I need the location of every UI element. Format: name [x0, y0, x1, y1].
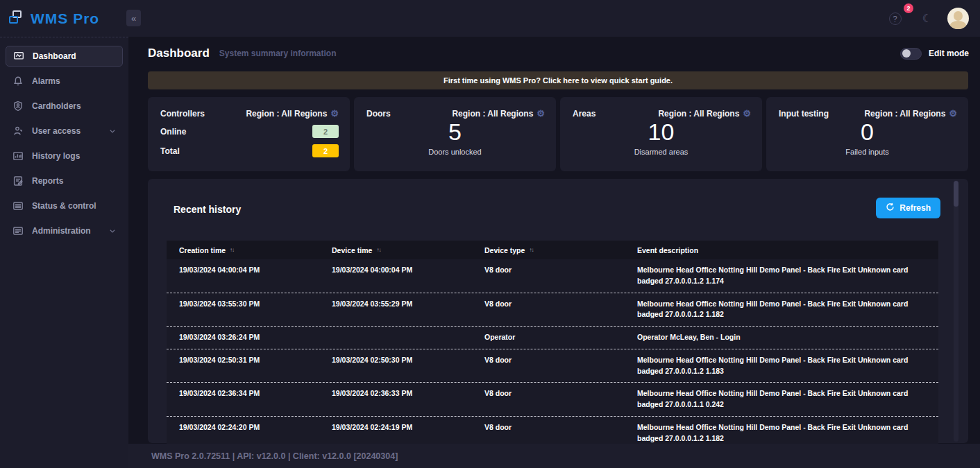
recent-history-title: Recent history: [174, 204, 241, 215]
failed-inputs-count: 0: [766, 118, 968, 146]
device-time-cell: [319, 327, 472, 349]
sidebar-item-label: Alarms: [32, 76, 60, 86]
sidebar-item-label: Reports: [32, 176, 63, 186]
creation-time-cell: 19/03/2024 03:55:30 PM: [167, 293, 319, 327]
scrollbar-thumb[interactable]: [954, 181, 958, 207]
list-icon: [12, 200, 24, 211]
chevron-left-icon: «: [131, 13, 136, 24]
table-row[interactable]: 19/03/2024 02:50:31 PM 19/03/2024 02:50:…: [167, 349, 938, 383]
sidebar-item-label: Dashboard: [33, 51, 76, 61]
doors-caption: Doors unlocked: [354, 148, 556, 156]
settings-list-icon: [12, 225, 24, 236]
refresh-icon: [886, 202, 895, 214]
column-header-device-type[interactable]: Device type↑↓: [472, 246, 625, 254]
toggle-knob: [902, 49, 911, 58]
user-avatar[interactable]: [947, 8, 969, 29]
brand-name: WMS Pro: [31, 10, 99, 27]
table-row[interactable]: 19/03/2024 03:55:30 PM 19/03/2024 03:55:…: [167, 293, 938, 327]
table-header-row: Creation time↑↓ Device time↑↓ Device typ…: [167, 241, 938, 259]
table-row[interactable]: 19/03/2024 02:36:34 PM 19/03/2024 02:36:…: [167, 383, 938, 417]
table-row[interactable]: 19/03/2024 04:00:04 PM 19/03/2024 04:00:…: [167, 259, 938, 293]
sidebar-item-cardholders[interactable]: Cardholders: [6, 96, 123, 116]
chevron-down-icon: [109, 128, 116, 135]
column-header-event-description: Event description: [625, 246, 938, 254]
version-info: WMS Pro 2.0.72511 | API: v12.0.0 | Clien…: [151, 451, 398, 461]
input-testing-card: Input testing Region : All Regions ⚙ 0 F…: [766, 97, 968, 171]
sort-icon[interactable]: ↑↓: [230, 247, 234, 253]
edit-mode-label: Edit mode: [929, 49, 969, 58]
column-header-creation-time[interactable]: Creation time↑↓: [167, 246, 319, 254]
device-time-cell: 19/03/2024 04:00:04 PM: [319, 259, 472, 293]
event-description-cell: Melbourne Head Office Notting Hill Demo …: [625, 349, 938, 383]
gear-icon[interactable]: ⚙: [743, 108, 751, 119]
sidebar-item-label: Cardholders: [32, 101, 81, 111]
areas-card: Areas Region : All Regions ⚙ 10 Disarmed…: [560, 97, 762, 171]
sidebar-item-label: Administration: [32, 226, 91, 236]
event-description-cell: Melbourne Head Office Notting Hill Demo …: [625, 383, 938, 416]
event-description-cell: Melbourne Head Office Notting Hill Demo …: [625, 259, 938, 293]
chevron-down-icon: [109, 227, 116, 234]
page-subtitle: System summary information: [219, 49, 337, 58]
refresh-button[interactable]: Refresh: [876, 198, 940, 218]
column-header-device-time[interactable]: Device time↑↓: [319, 246, 472, 254]
sidebar-item-dashboard[interactable]: Dashboard: [6, 46, 123, 67]
sidebar-item-label: Status & control: [32, 201, 96, 211]
main-content: Dashboard System summary information Edi…: [128, 37, 980, 468]
alarm-count-badge[interactable]: 2: [904, 3, 913, 13]
gear-icon[interactable]: ⚙: [949, 108, 957, 119]
sidebar-item-status-control[interactable]: Status & control: [6, 196, 123, 216]
creation-time-cell: 19/03/2024 02:36:34 PM: [167, 383, 319, 416]
device-time-cell: 19/03/2024 02:50:30 PM: [319, 349, 472, 383]
region-filter-label: Region : All Regions: [246, 109, 327, 119]
sidebar-item-label: History logs: [32, 151, 80, 161]
controllers-card: Controllers Region : All Regions ⚙ Onlin…: [148, 97, 350, 171]
creation-time-cell: 19/03/2024 04:00:04 PM: [167, 259, 319, 293]
online-count-badge: 2: [312, 125, 339, 138]
app-logo: WMS Pro: [0, 10, 120, 28]
card-title: Areas: [573, 109, 595, 119]
sidebar: Dashboard Alarms Cardholders User access…: [0, 37, 128, 468]
card-title: Doors: [366, 109, 391, 119]
sidebar-item-administration[interactable]: Administration: [6, 220, 123, 241]
report-icon: [12, 175, 24, 187]
areas-caption: Disarmed areas: [560, 148, 762, 156]
table-row[interactable]: 19/03/2024 03:26:24 PM Operator Operator…: [167, 327, 938, 349]
shield-person-icon: [12, 101, 24, 112]
online-label: Online: [160, 127, 186, 137]
region-filter-label: Region : All Regions: [864, 109, 945, 119]
bell-icon: [12, 76, 24, 87]
input-testing-caption: Failed inputs: [766, 148, 968, 156]
total-count-badge: 2: [312, 144, 339, 157]
brand-icon: [8, 10, 26, 28]
device-type-cell: Operator: [472, 327, 625, 349]
page-header: Dashboard System summary information Edi…: [128, 37, 980, 70]
gear-icon[interactable]: ⚙: [537, 108, 545, 119]
chart-icon: [12, 150, 24, 162]
sidebar-item-history-logs[interactable]: History logs: [6, 146, 123, 166]
page-title: Dashboard: [148, 46, 210, 60]
topbar: WMS Pro « ? 2 ☾: [0, 0, 980, 37]
gear-icon[interactable]: ⚙: [330, 108, 339, 119]
creation-time-cell: 19/03/2024 02:50:31 PM: [167, 349, 319, 383]
sort-icon[interactable]: ↑↓: [529, 247, 533, 253]
event-description-cell: Operator McLeay, Ben - Login: [625, 327, 938, 349]
help-icon[interactable]: ?: [889, 12, 902, 25]
event-description-cell: Melbourne Head Office Notting Hill Demo …: [625, 293, 938, 327]
device-type-cell: V8 door: [472, 383, 625, 416]
sidebar-item-reports[interactable]: Reports: [6, 171, 123, 191]
history-table: Creation time↑↓ Device time↑↓ Device typ…: [167, 241, 938, 450]
dark-mode-icon[interactable]: ☾: [922, 12, 932, 25]
recent-history-panel: Recent history Refresh Creation time↑↓ D…: [148, 179, 968, 443]
sidebar-collapse-button[interactable]: «: [126, 10, 141, 26]
creation-time-cell: 19/03/2024 03:26:24 PM: [167, 327, 319, 349]
device-type-cell: V8 door: [472, 259, 625, 293]
edit-mode-toggle[interactable]: [900, 48, 922, 60]
device-type-cell: V8 door: [472, 293, 625, 327]
history-scrollbar[interactable]: [954, 180, 958, 442]
quick-start-banner[interactable]: First time using WMS Pro? Click here to …: [148, 71, 968, 89]
card-title: Controllers: [160, 109, 205, 119]
sidebar-item-user-access[interactable]: User access: [6, 121, 123, 141]
sidebar-item-alarms[interactable]: Alarms: [6, 71, 123, 92]
sort-icon[interactable]: ↑↓: [376, 247, 380, 253]
summary-cards: Controllers Region : All Regions ⚙ Onlin…: [148, 97, 968, 171]
